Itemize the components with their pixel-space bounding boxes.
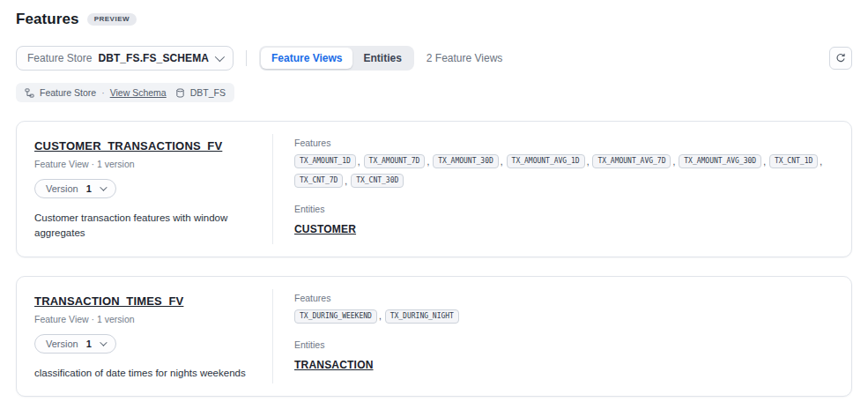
- breadcrumb-separator: ·: [101, 87, 105, 98]
- feature-store-select-value: DBT_FS.FS_SCHEMA: [98, 52, 209, 64]
- feature-chip-item: TX_AMOUNT_1D ,: [294, 154, 364, 168]
- feature-view-card: TRANSACTION_TIMES_FV Feature View · 1 ve…: [16, 276, 852, 398]
- preview-badge: PREVIEW: [87, 13, 137, 26]
- feature-store-select-label: Feature Store: [27, 52, 92, 64]
- chip-comma: ,: [587, 157, 590, 167]
- refresh-button[interactable]: [829, 47, 852, 70]
- feature-chip: TX_AMOUNT_AVG_1D: [507, 154, 585, 168]
- feature-chip: TX_CNT_1D: [769, 154, 818, 168]
- schema-icon: [25, 88, 34, 98]
- tab-group: Feature Views Entities: [259, 46, 414, 71]
- chevron-down-icon: [100, 184, 107, 191]
- feature-view-subtitle: Feature View · 1 version: [34, 314, 255, 324]
- feature-chip-item: TX_AMOUNT_30D ,: [433, 154, 506, 168]
- view-schema-link[interactable]: View Schema: [110, 87, 167, 98]
- entities-section: Entities TRANSACTION: [294, 339, 830, 372]
- tab-feature-views[interactable]: Feature Views: [261, 48, 352, 69]
- version-value: 1: [86, 339, 92, 349]
- chevron-down-icon: [215, 52, 225, 62]
- card-details: Features TX_DURING_WEEKEND , TX_DURING_N…: [273, 277, 851, 397]
- chip-comma: ,: [820, 157, 822, 167]
- toolbar: Feature Store DBT_FS.FS_SCHEMA Feature V…: [16, 46, 852, 71]
- chip-comma: ,: [358, 157, 360, 167]
- feature-chip: TX_DURING_WEEKEND: [294, 309, 377, 324]
- page-title: Features: [16, 11, 79, 28]
- refresh-icon: [835, 53, 846, 63]
- feature-view-title-link[interactable]: CUSTOMER_TRANSACTIONS_FV: [34, 139, 222, 153]
- feature-view-description: classification of date times for nights …: [34, 366, 255, 381]
- feature-chip: TX_AMOUNT_30D: [433, 154, 499, 168]
- breadcrumb-section: Feature Store: [40, 87, 96, 98]
- feature-chip: TX_AMOUNT_1D: [294, 154, 356, 168]
- feature-chip: TX_AMOUNT_7D: [364, 154, 426, 168]
- feature-chip-list: TX_DURING_WEEKEND , TX_DURING_NIGHT ,: [294, 309, 830, 324]
- entity-list: CUSTOMER: [294, 220, 830, 236]
- feature-chip: TX_AMOUNT_AVG_7D: [592, 154, 671, 168]
- entity-list: TRANSACTION: [294, 356, 830, 372]
- chip-comma: ,: [501, 157, 503, 167]
- entities-section-label: Entities: [294, 204, 830, 214]
- chip-comma: ,: [345, 176, 347, 186]
- feature-chip-item: TX_DURING_NIGHT ,: [385, 309, 459, 324]
- card-summary: CUSTOMER_TRANSACTIONS_FV Feature View · …: [17, 122, 272, 256]
- feature-chip-item: TX_CNT_7D ,: [294, 174, 351, 188]
- feature-chip-item: TX_AMOUNT_AVG_30D ,: [679, 154, 769, 168]
- feature-chip-list: TX_AMOUNT_1D , TX_AMOUNT_7D , TX_AMOUNT_…: [294, 154, 830, 188]
- feature-view-subtitle: Feature View · 1 version: [34, 159, 255, 169]
- feature-store-select[interactable]: Feature Store DBT_FS.FS_SCHEMA: [16, 46, 234, 71]
- feature-chip-item: TX_AMOUNT_AVG_7D ,: [592, 154, 679, 168]
- feature-chip: TX_CNT_7D: [294, 174, 343, 188]
- features-page: Features PREVIEW Feature Store DBT_FS.FS…: [0, 0, 868, 397]
- feature-view-title-link[interactable]: TRANSACTION_TIMES_FV: [34, 294, 183, 308]
- chevron-down-icon: [100, 339, 107, 346]
- entities-section: Entities CUSTOMER: [294, 204, 830, 236]
- entities-section-label: Entities: [294, 339, 830, 350]
- feature-chip: TX_AMOUNT_AVG_30D: [679, 154, 761, 168]
- breadcrumb-database: DBT_FS: [190, 87, 226, 98]
- card-summary: TRANSACTION_TIMES_FV Feature View · 1 ve…: [17, 277, 272, 397]
- chip-comma: ,: [427, 157, 429, 167]
- database-icon: [175, 88, 185, 98]
- entity-link[interactable]: CUSTOMER: [294, 223, 356, 235]
- card-details: Features TX_AMOUNT_1D , TX_AMOUNT_7D , T…: [273, 122, 851, 256]
- feature-chip-item: TX_AMOUNT_7D ,: [364, 154, 434, 168]
- feature-chip-item: TX_DURING_WEEKEND ,: [294, 309, 385, 324]
- feature-chip: TX_DURING_NIGHT: [385, 309, 459, 324]
- version-select[interactable]: Version 1: [34, 334, 116, 354]
- page-header: Features PREVIEW: [16, 11, 852, 28]
- feature-view-card: CUSTOMER_TRANSACTIONS_FV Feature View · …: [16, 121, 852, 257]
- feature-views-count: 2 Feature Views: [427, 52, 503, 64]
- chip-comma: ,: [763, 157, 766, 167]
- toolbar-divider: [246, 50, 247, 66]
- features-section-label: Features: [294, 138, 830, 148]
- feature-chip-item: TX_CNT_1D ,: [769, 154, 826, 168]
- chip-comma: ,: [672, 157, 675, 167]
- feature-chip: TX_CNT_30D: [351, 174, 404, 188]
- version-select[interactable]: Version 1: [34, 179, 116, 198]
- feature-view-description: Customer transaction features with windo…: [34, 211, 255, 240]
- chip-comma: ,: [379, 311, 382, 321]
- features-section-label: Features: [294, 293, 830, 303]
- feature-chip-item: TX_AMOUNT_AVG_1D ,: [507, 154, 593, 168]
- version-value: 1: [86, 183, 92, 194]
- tab-entities[interactable]: Entities: [352, 48, 412, 69]
- version-label: Version: [46, 183, 78, 194]
- version-label: Version: [46, 339, 78, 349]
- feature-chip-item: TX_CNT_30D ,: [351, 174, 404, 188]
- entity-link[interactable]: TRANSACTION: [294, 359, 374, 371]
- breadcrumb: Feature Store · View Schema DBT_FS: [16, 83, 234, 102]
